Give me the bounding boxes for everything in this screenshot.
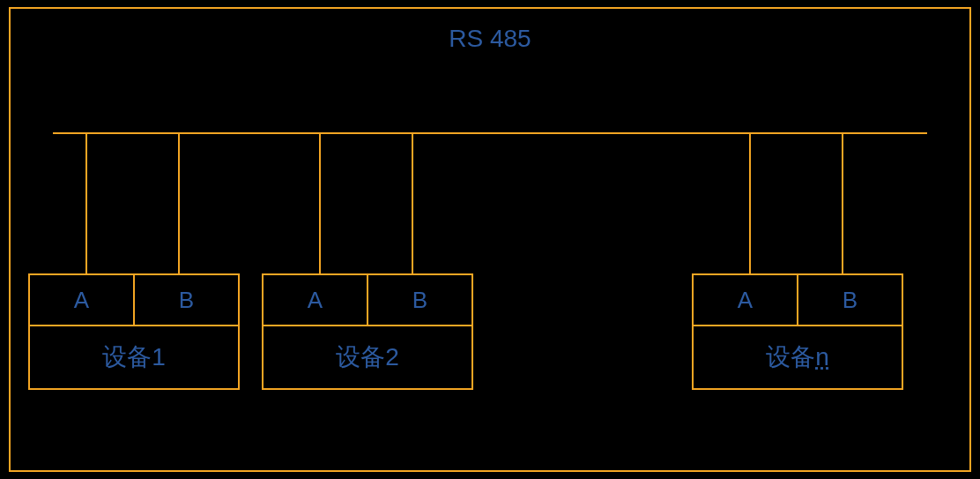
device-label-prefix: 设备 [336, 341, 385, 374]
drop-line-b [412, 132, 413, 275]
device-box: A B 设备2 [262, 273, 473, 390]
terminal-a: A [692, 273, 797, 326]
device-label-suffix: 2 [385, 343, 399, 371]
terminal-row: A B [262, 273, 473, 326]
terminal-b: B [367, 273, 473, 326]
drop-line-a [319, 132, 321, 275]
device-label-suffix: 1 [152, 343, 166, 371]
device-label: 设备n [692, 326, 903, 390]
diagram-title: RS 485 [449, 25, 531, 53]
device-label-prefix: 设备 [102, 341, 152, 374]
device-box: A B 设备n [692, 273, 903, 390]
device-label: 设备2 [262, 326, 473, 390]
device-label-prefix: 设备 [766, 341, 815, 374]
diagram-frame: RS 485 A B 设备1 A B 设备2 A B 设 [9, 7, 971, 472]
terminal-b: B [133, 273, 240, 326]
drop-line-b [178, 132, 180, 275]
drop-line-b [842, 132, 843, 275]
terminal-a: A [262, 273, 367, 326]
drop-line-a [85, 132, 87, 275]
terminal-row: A B [692, 273, 903, 326]
terminal-b: B [797, 273, 903, 326]
device-label: 设备1 [28, 326, 240, 390]
bus-line [53, 132, 927, 134]
terminal-row: A B [28, 273, 240, 326]
drop-line-a [749, 132, 751, 275]
terminal-a: A [28, 273, 133, 326]
device-box: A B 设备1 [28, 273, 240, 390]
device-label-suffix: n [815, 343, 829, 371]
